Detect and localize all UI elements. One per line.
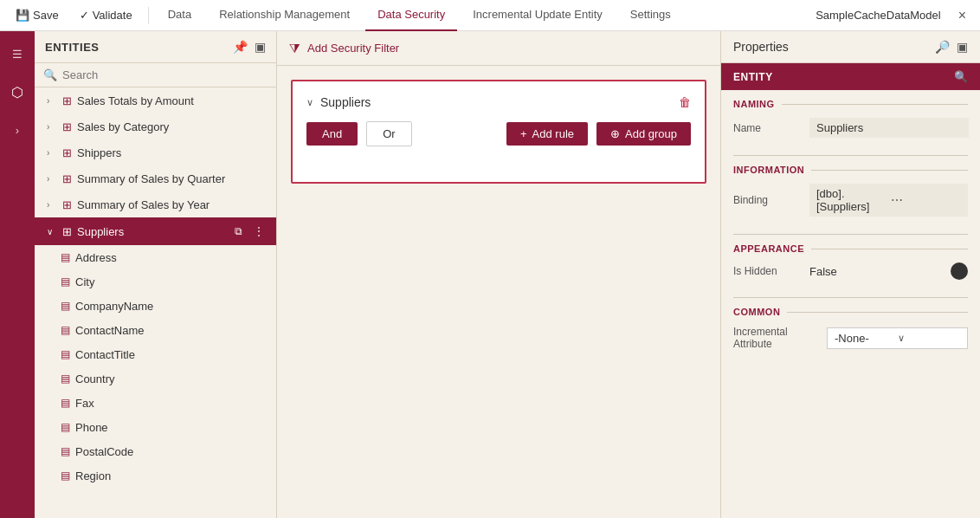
sub-item-contacttitle[interactable]: ▤ ContactTitle xyxy=(35,342,276,366)
properties-header: Properties 🔎 ▣ xyxy=(721,31,980,63)
sub-item-label: Region xyxy=(75,469,111,482)
sidebar-list: › ⊞ Sales Totals by Amount › ⊞ Sales by … xyxy=(35,87,276,518)
entity-search-icon[interactable]: 🔍 xyxy=(954,70,968,83)
expand-icon-item[interactable]: › xyxy=(2,114,33,146)
sidebar-item-label: Summary of Sales by Year xyxy=(77,198,268,211)
section-divider xyxy=(811,170,968,171)
table-icon: ⊞ xyxy=(62,172,72,185)
sub-item-label: PostalCode xyxy=(75,445,133,458)
more-icon[interactable]: ⋮ xyxy=(250,223,268,240)
hamburger-icon: ☰ xyxy=(12,48,23,61)
sub-item-region[interactable]: ▤ Region xyxy=(35,463,276,488)
binding-value: [dbo].[Suppliers] ⋯ xyxy=(809,184,968,217)
section-divider xyxy=(787,312,968,313)
field-icon: ▤ xyxy=(61,324,70,336)
add-filter-button[interactable]: Add Security Filter xyxy=(307,42,399,55)
entity-section-title: ENTITY xyxy=(733,71,773,83)
item-actions: ⧉ ⋮ xyxy=(229,223,268,240)
field-icon: ▤ xyxy=(61,445,70,457)
toggle-indicator[interactable] xyxy=(951,262,968,280)
properties-icons: 🔎 ▣ xyxy=(935,40,968,54)
database-icon: ⬡ xyxy=(11,84,23,100)
sidebar-item-sales-totals[interactable]: › ⊞ Sales Totals by Amount xyxy=(35,87,276,113)
tab-incremental[interactable]: Incremental Update Entity xyxy=(461,0,615,31)
close-button[interactable]: × xyxy=(951,4,973,27)
sub-item-companyname[interactable]: ▤ CompanyName xyxy=(35,294,276,318)
sidebar-item-summary-quarter[interactable]: › ⊞ Summary of Sales by Quarter xyxy=(35,165,276,191)
database-item[interactable]: ⬡ xyxy=(2,76,33,107)
and-button[interactable]: And xyxy=(306,122,358,146)
filter-chevron-icon[interactable]: ∨ xyxy=(306,97,313,108)
binding-menu-icon[interactable]: ⋯ xyxy=(891,193,962,207)
main-layout: ☰ ⬡ › ENTITIES 📌 ▣ 🔍 › ⊞ Sales Totals b xyxy=(0,31,980,518)
information-header: INFORMATION xyxy=(733,165,968,175)
search-input[interactable] xyxy=(62,68,268,81)
sub-item-phone[interactable]: ▤ Phone xyxy=(35,415,276,439)
save-icon: 💾 xyxy=(16,9,29,22)
pin-icon[interactable]: 📌 xyxy=(233,40,248,54)
naming-section: NAMING Name xyxy=(721,90,980,155)
tab-settings[interactable]: Settings xyxy=(618,0,683,31)
table-icon: ⊞ xyxy=(62,146,72,159)
chevron-down-icon: ∨ xyxy=(898,333,961,344)
sidebar-title: ENTITIES xyxy=(45,41,100,54)
properties-title: Properties xyxy=(733,40,789,54)
binding-label: Binding xyxy=(733,194,803,206)
section-divider xyxy=(782,104,968,105)
panel-collapse-icon[interactable]: ▣ xyxy=(957,40,968,54)
search-box: 🔍 xyxy=(35,63,276,87)
sidebar-item-sales-category[interactable]: › ⊞ Sales by Category xyxy=(35,113,276,139)
table-icon: ⊞ xyxy=(62,198,72,211)
chevron-icon: › xyxy=(47,148,57,158)
validate-button[interactable]: ✓ Validate xyxy=(71,5,141,25)
panel-toggle-icon[interactable]: ▣ xyxy=(255,40,266,54)
filter-title: ∨ Suppliers xyxy=(306,95,371,109)
add-rule-button[interactable]: + Add rule xyxy=(506,122,588,146)
tab-relationship[interactable]: Relationship Management xyxy=(207,0,362,31)
sidebar-item-summary-year[interactable]: › ⊞ Summary of Sales by Year xyxy=(35,191,276,217)
or-button[interactable]: Or xyxy=(366,121,411,146)
incremental-select[interactable]: -None- ∨ xyxy=(827,327,968,349)
section-divider xyxy=(811,249,968,249)
tab-data[interactable]: Data xyxy=(156,0,203,31)
save-button[interactable]: 💾 Save xyxy=(7,5,68,25)
tab-datasecurity[interactable]: Data Security xyxy=(365,0,457,31)
common-header: COMMON xyxy=(733,307,968,317)
chevron-icon: › xyxy=(47,122,57,132)
filter-box: ∨ Suppliers 🗑 And Or + Add rule ⊕ Ad xyxy=(291,80,706,184)
content-area: ⧩ Add Security Filter ∨ Suppliers 🗑 And … xyxy=(277,31,720,518)
filter-delete-button[interactable]: 🗑 xyxy=(679,95,691,109)
copy-icon[interactable]: ⧉ xyxy=(229,223,247,240)
sidebar-item-suppliers[interactable]: ∨ ⊞ Suppliers ⧉ ⋮ xyxy=(35,217,276,245)
appearance-header: APPEARANCE xyxy=(733,243,968,254)
ishidden-value: False xyxy=(809,265,837,278)
sub-item-country[interactable]: ▤ Country xyxy=(35,366,276,391)
sidebar-item-shippers[interactable]: › ⊞ Shippers xyxy=(35,139,276,165)
sub-item-postalcode[interactable]: ▤ PostalCode xyxy=(35,439,276,463)
sidebar-item-label: Shippers xyxy=(77,146,268,159)
sub-item-contactname[interactable]: ▤ ContactName xyxy=(35,318,276,342)
sub-item-address[interactable]: ▤ Address xyxy=(35,245,276,269)
name-input[interactable] xyxy=(809,118,969,138)
ishidden-toggle: False xyxy=(809,262,968,280)
expand-icon: › xyxy=(16,124,19,137)
field-icon: ▤ xyxy=(61,372,70,385)
filter-box-header: ∨ Suppliers 🗑 xyxy=(306,95,691,109)
sidebar-item-label: Sales Totals by Amount xyxy=(77,94,268,107)
field-icon: ▤ xyxy=(61,421,70,433)
add-group-button[interactable]: ⊕ Add group xyxy=(596,122,691,146)
separator xyxy=(148,7,149,24)
search-panel-icon[interactable]: 🔎 xyxy=(935,40,950,54)
naming-title: NAMING xyxy=(733,99,775,109)
sidebar-item-label: Summary of Sales by Quarter xyxy=(77,172,268,185)
validate-icon: ✓ xyxy=(80,9,89,22)
sidebar-header: ENTITIES 📌 ▣ xyxy=(35,31,276,63)
filter-icon: ⧩ xyxy=(289,41,300,56)
appearance-section: APPEARANCE Is Hidden False xyxy=(721,235,980,297)
chevron-icon: › xyxy=(47,96,57,106)
sub-item-city[interactable]: ▤ City xyxy=(35,269,276,294)
sub-item-fax[interactable]: ▤ Fax xyxy=(35,391,276,415)
common-title: COMMON xyxy=(733,307,780,317)
sidebar: ENTITIES 📌 ▣ 🔍 › ⊞ Sales Totals by Amoun… xyxy=(35,31,277,518)
hamburger-menu[interactable]: ☰ xyxy=(2,38,33,69)
